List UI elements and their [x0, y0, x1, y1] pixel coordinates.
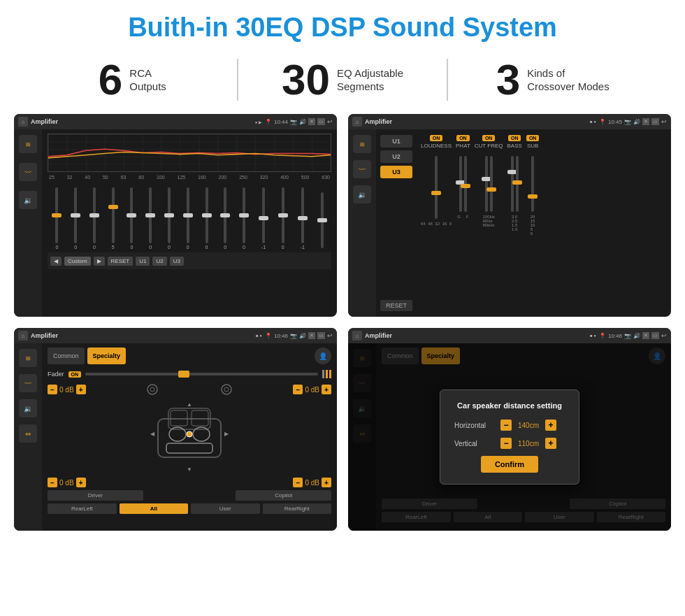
eq-u1-btn[interactable]: U1 — [136, 257, 150, 266]
screen3-main: Common Specialty 👤 Fader ON — [42, 343, 337, 531]
preset-u1[interactable]: U1 — [380, 135, 412, 148]
camera-icon-4: 📷 — [624, 333, 631, 339]
eq-prev-btn[interactable]: ◀ — [50, 257, 62, 266]
location-icon-2: 📍 — [599, 119, 606, 125]
screen3-bottom-buttons: Driver Copilot — [48, 490, 331, 501]
btn-rearleft[interactable]: RearLeft — [48, 503, 117, 514]
speaker-circle-tr — [219, 384, 233, 395]
vol-plus-tr[interactable]: + — [322, 385, 331, 394]
screen2-reset-btn[interactable]: RESET — [380, 300, 412, 311]
cutfreq-label: CUT FREQ — [475, 143, 503, 149]
back-icon-3[interactable]: ↩ — [327, 332, 333, 339]
horizontal-minus-btn[interactable]: − — [500, 420, 512, 431]
eq-u3-btn[interactable]: U3 — [170, 257, 184, 266]
vol-plus-tl[interactable]: + — [76, 385, 86, 394]
eq-main: 253240506380100125160200250320400500630 … — [42, 129, 337, 317]
back-icon[interactable]: ↩ — [327, 118, 333, 125]
home-icon-3[interactable]: ⌂ — [18, 331, 28, 341]
home-icon-4[interactable]: ⌂ — [352, 331, 362, 341]
screen1-content: ≋ 〰 🔉 — [14, 129, 337, 317]
eq-icon[interactable]: ≋ — [19, 135, 37, 153]
screen3-icons: 📍 10:46 📷 🔊 ✕ ▭ ↩ — [265, 332, 333, 339]
stat-crossover: 3 Kinds ofCrossover Modes — [448, 58, 657, 101]
location-icon: 📍 — [265, 119, 272, 125]
preset-u3[interactable]: U3 — [380, 166, 412, 178]
eq-icon-3[interactable]: ≋ — [19, 349, 37, 367]
btn-copilot[interactable]: Copilot — [236, 490, 331, 501]
screen2-title: Amplifier — [365, 118, 587, 125]
home-icon-2[interactable]: ⌂ — [352, 117, 362, 127]
eq-reset-btn[interactable]: RESET — [108, 257, 134, 266]
horizontal-value: 140cm — [514, 422, 542, 429]
btn-driver[interactable]: Driver — [48, 490, 143, 501]
eq-icon-2[interactable]: ≋ — [353, 135, 371, 153]
speaker-icon-2[interactable]: 🔉 — [353, 185, 371, 203]
btn-all[interactable]: All — [120, 503, 189, 514]
sub-slider[interactable] — [531, 156, 534, 212]
eq-slider-4: 0 — [130, 187, 133, 250]
preset-u2[interactable]: U2 — [380, 150, 412, 163]
arrows-icon-3[interactable]: ⇔ — [19, 424, 37, 443]
screen3-topbar: ⌂ Amplifier ■ ● 📍 10:46 📷 🔊 ✕ ▭ ↩ — [14, 328, 337, 343]
svg-point-2 — [150, 387, 154, 392]
eq-slider-2: 0 — [93, 187, 96, 250]
loudness-slider[interactable] — [435, 156, 438, 219]
eq-slider-5: 0 — [149, 187, 152, 250]
speaker-top-row: − 0 dB + — [48, 384, 331, 395]
btn-rearright[interactable]: RearRight — [263, 503, 332, 514]
screen1-time: 10:44 — [274, 119, 288, 125]
screen3-bottom-row2: RearLeft All User RearRight — [48, 503, 331, 514]
back-icon-4[interactable]: ↩ — [661, 332, 667, 339]
eq-custom-btn[interactable]: Custom — [64, 257, 91, 266]
confirm-button[interactable]: Confirm — [481, 456, 538, 473]
vol-minus-bl[interactable]: − — [48, 478, 57, 487]
camera-icon: 📷 — [290, 119, 297, 125]
speaker-icon[interactable]: 🔉 — [19, 191, 37, 209]
db-value-tr: 0 dB — [305, 386, 319, 394]
phat-slider-f[interactable] — [464, 156, 467, 212]
eq-u2-btn[interactable]: U2 — [152, 257, 166, 266]
horizontal-plus-btn[interactable]: + — [545, 420, 556, 431]
settings-icon-3[interactable]: 👤 — [315, 348, 331, 364]
vertical-minus-btn[interactable]: − — [500, 438, 512, 449]
stat-rca-label: RCAOutputs — [129, 66, 166, 94]
wave-icon-2[interactable]: 〰 — [353, 160, 371, 178]
screen1-dot: ● ▶ — [255, 120, 262, 124]
screen3-side-icons: ≋ 〰 🔉 ⇔ — [14, 343, 42, 531]
fader-track[interactable] — [85, 373, 318, 375]
home-icon[interactable]: ⌂ — [18, 117, 28, 127]
vol-plus-br[interactable]: + — [322, 478, 331, 487]
screen2-content: ≋ 〰 🔉 U1 U2 U3 RESET ON LOUDNESS — [348, 129, 671, 317]
tab-common[interactable]: Common — [48, 348, 85, 364]
eq-play-btn[interactable]: ▶ — [94, 257, 105, 266]
screens-grid: ⌂ Amplifier ● ▶ 📍 10:44 📷 🔊 ✕ ▭ ↩ ≋ 〰 🔉 — [0, 114, 685, 545]
vol-minus-br[interactable]: − — [293, 478, 303, 487]
distance-dialog: Car speaker distance setting Horizontal … — [440, 389, 579, 485]
tab-specialty[interactable]: Specialty — [87, 348, 127, 364]
vol-minus-tl[interactable]: − — [48, 385, 57, 394]
btn-user[interactable]: User — [191, 503, 260, 514]
vertical-plus-btn[interactable]: + — [545, 438, 556, 449]
screen1-side-icons: ≋ 〰 🔉 — [14, 129, 42, 317]
stat-eq: 30 EQ AdjustableSegments — [238, 58, 447, 101]
bass-on: ON — [508, 135, 521, 141]
wave-icon[interactable]: 〰 — [19, 163, 37, 181]
vol-plus-bl[interactable]: + — [76, 478, 86, 487]
back-icon-2[interactable]: ↩ — [661, 118, 667, 125]
camera-icon-2: 📷 — [624, 119, 631, 125]
car-diagram: ▼ ▲ ◀ ▶ — [48, 398, 331, 475]
window-icon: ▭ — [317, 118, 325, 125]
speaker-bottom-left: − 0 dB + — [48, 478, 86, 487]
speaker-icon-3[interactable]: 🔉 — [19, 399, 37, 417]
bass-slider-g[interactable] — [516, 156, 519, 212]
volume-icon-3: 🔊 — [299, 333, 306, 339]
eq-sliders: 0 0 0 5 0 — [48, 182, 331, 252]
cutfreq-slider-f[interactable] — [485, 156, 488, 212]
cutfreq-slider-g[interactable] — [490, 156, 493, 212]
fader-handle[interactable] — [178, 371, 189, 378]
stat-crossover-number: 3 — [496, 58, 520, 101]
wave-icon-3[interactable]: 〰 — [19, 374, 37, 392]
horizontal-stepper: − 140cm + — [500, 420, 556, 431]
vol-minus-tr[interactable]: − — [293, 385, 303, 394]
db-value-bl: 0 dB — [59, 479, 74, 487]
